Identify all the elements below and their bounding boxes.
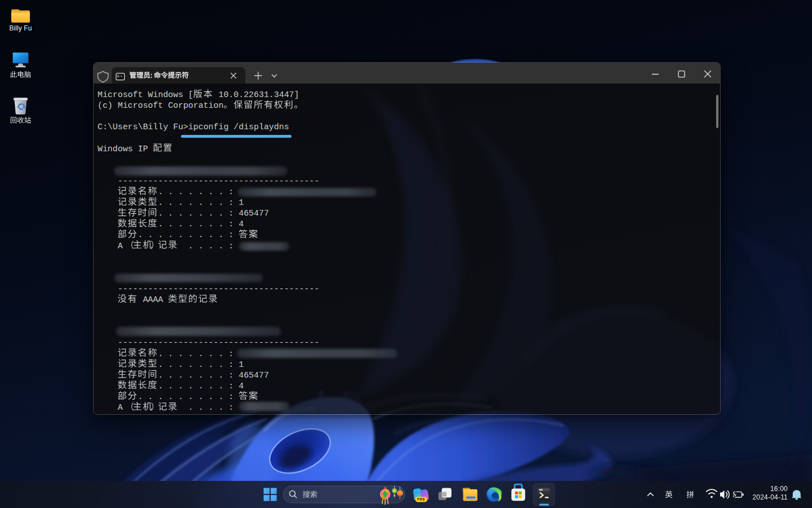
svg-text:PRE: PRE bbox=[417, 497, 425, 501]
svg-text:C:\: C:\ bbox=[117, 75, 122, 78]
